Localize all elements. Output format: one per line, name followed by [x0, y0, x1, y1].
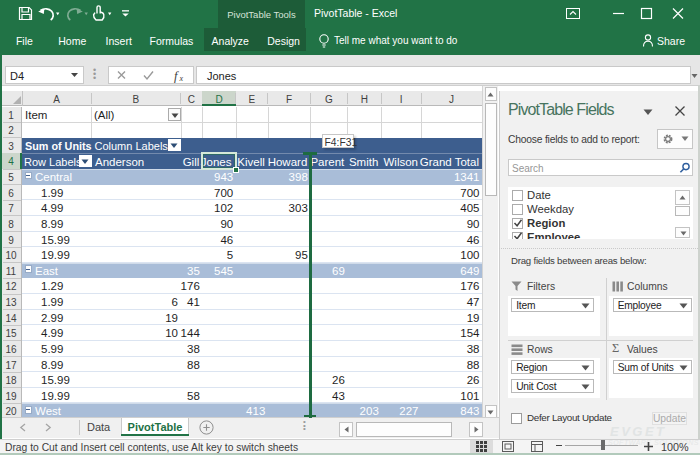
svg-text:x: x [179, 73, 184, 82]
svg-text:f: f [174, 68, 179, 82]
